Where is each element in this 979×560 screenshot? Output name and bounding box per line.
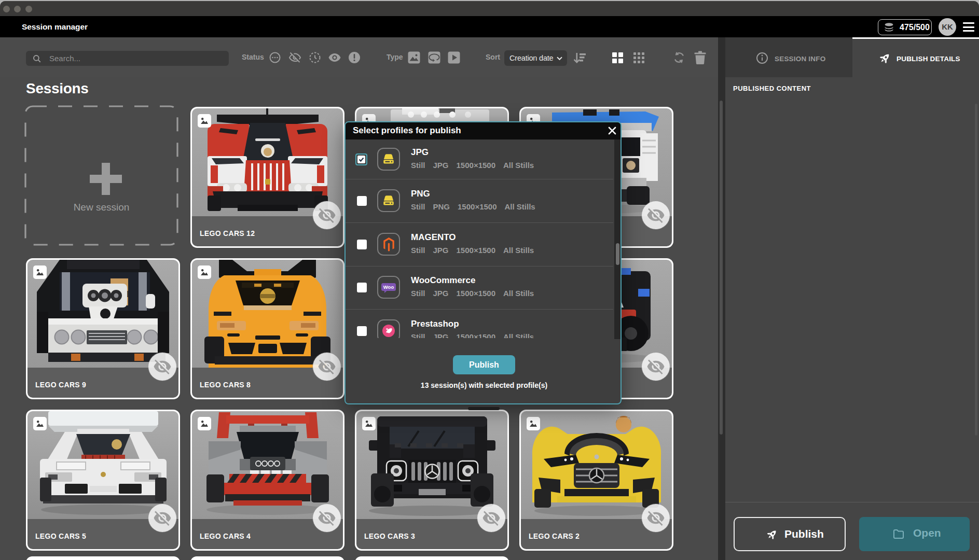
svg-text:Woo: Woo: [383, 284, 394, 290]
